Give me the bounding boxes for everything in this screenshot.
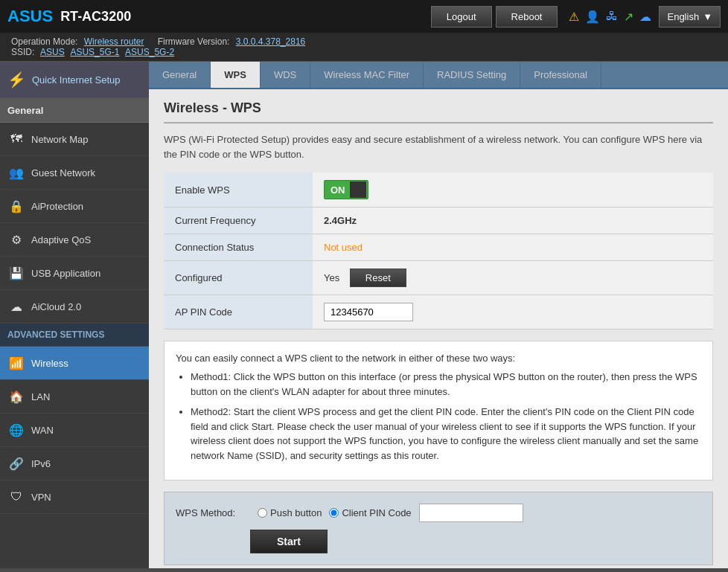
- configured-value: Yes Reset: [313, 261, 713, 295]
- language-selector[interactable]: English ▼: [659, 6, 721, 28]
- connect-info-text: You can easily connect a WPS client to t…: [176, 353, 701, 364]
- client-pin-input[interactable]: [419, 504, 523, 522]
- adaptive-qos-label: Adaptive QoS: [31, 234, 91, 245]
- ap-pin-code-input[interactable]: [324, 303, 413, 321]
- client-pin-label: Client PIN Code: [342, 507, 411, 518]
- sidebar-item-adaptive-qos[interactable]: ⚙ Adaptive QoS: [0, 223, 149, 257]
- tab-wds[interactable]: WDS: [261, 62, 310, 88]
- quick-setup-label: Quick Internet Setup: [32, 74, 121, 86]
- page-description: WPS (Wi-Fi Protected Setup) provides eas…: [164, 132, 713, 161]
- language-label: English: [667, 11, 699, 22]
- lan-label: LAN: [31, 391, 50, 402]
- wan-label: WAN: [31, 425, 54, 436]
- ssid-asus-link[interactable]: ASUS: [40, 47, 65, 57]
- guest-network-label: Guest Network: [31, 167, 95, 179]
- configured-text: Yes: [324, 272, 339, 283]
- push-button-option[interactable]: Push button: [258, 507, 322, 518]
- ssid-5g2-link[interactable]: ASUS_5G-2: [125, 47, 174, 57]
- advanced-section-header: Advanced Settings: [0, 324, 149, 347]
- warning-icon: ⚠: [569, 10, 579, 24]
- method2-item: Method2: Start the client WPS process an…: [191, 405, 701, 463]
- enable-wps-label: Enable WPS: [164, 173, 313, 208]
- topbar: ASUS RT-AC3200 Logout Reboot ⚠ 👤 🖧 ↗ ☁ E…: [0, 0, 728, 33]
- logout-button[interactable]: Logout: [431, 6, 492, 28]
- start-button[interactable]: Start: [250, 530, 328, 553]
- sidebar-item-aiprotection[interactable]: 🔒 AiProtection: [0, 190, 149, 223]
- lan-icon: 🏠: [7, 388, 25, 405]
- wps-method-row: WPS Method: Push button Client PIN Code: [176, 504, 701, 522]
- guest-network-icon: 👥: [7, 164, 25, 181]
- connect-info-section: You can easily connect a WPS client to t…: [164, 341, 713, 481]
- reset-button[interactable]: Reset: [350, 269, 406, 287]
- push-button-label: Push button: [270, 507, 322, 518]
- connection-status-row: Connection Status Not used: [164, 234, 713, 261]
- status-icons: ⚠ 👤 🖧 ↗ ☁: [569, 10, 651, 24]
- operation-mode-link[interactable]: Wireless router: [84, 36, 144, 47]
- ap-pin-code-row: AP PIN Code: [164, 295, 713, 330]
- network-map-icon: 🗺: [7, 130, 25, 148]
- current-frequency-value: 2.4GHz: [313, 208, 713, 234]
- reboot-button[interactable]: Reboot: [496, 6, 558, 28]
- aicloud-icon: ☁: [7, 298, 25, 315]
- ap-pin-code-value: [313, 295, 713, 330]
- connection-status-label: Connection Status: [164, 234, 313, 261]
- ipv6-icon: 🔗: [7, 454, 25, 472]
- user-icon: 👤: [585, 10, 600, 24]
- aicloud-label: AiCloud 2.0: [31, 301, 81, 312]
- tab-general[interactable]: General: [149, 62, 211, 88]
- sidebar-item-vpn[interactable]: 🛡 VPN: [0, 481, 149, 514]
- tab-professional[interactable]: Professional: [520, 62, 601, 88]
- toggle-on-label: ON: [325, 184, 345, 196]
- enable-wps-row: Enable WPS ON: [164, 173, 713, 208]
- cloud-icon: ☁: [639, 10, 651, 24]
- start-row: Start: [176, 530, 701, 553]
- wps-form-table: Enable WPS ON Current Frequency 2.4GHz: [164, 173, 713, 330]
- sidebar-item-wireless[interactable]: 📶 Wireless: [0, 347, 149, 380]
- push-button-radio[interactable]: [258, 508, 267, 518]
- sidebar-item-wan[interactable]: 🌐 WAN: [0, 414, 149, 447]
- tab-radius-setting[interactable]: RADIUS Setting: [424, 62, 520, 88]
- tab-wps[interactable]: WPS: [211, 62, 261, 88]
- wireless-icon: 📶: [7, 354, 25, 372]
- current-frequency-label: Current Frequency: [164, 208, 313, 234]
- sidebar-item-aicloud[interactable]: ☁ AiCloud 2.0: [0, 290, 149, 324]
- client-pin-option[interactable]: Client PIN Code: [329, 507, 411, 518]
- model-name: RT-AC3200: [60, 9, 131, 25]
- client-pin-radio[interactable]: [329, 508, 339, 518]
- sidebar-item-lan[interactable]: 🏠 LAN: [0, 380, 149, 414]
- infobar: Operation Mode: Wireless router Firmware…: [0, 33, 728, 62]
- ap-pin-code-label: AP PIN Code: [164, 295, 313, 330]
- current-frequency-row: Current Frequency 2.4GHz: [164, 208, 713, 234]
- page-content: Wireless - WPS WPS (Wi-Fi Protected Setu…: [149, 89, 728, 568]
- dropdown-icon: ▼: [703, 11, 712, 22]
- network-map-label: Network Map: [31, 134, 89, 145]
- usb-icon: 💾: [7, 264, 25, 282]
- enable-wps-toggle[interactable]: ON: [324, 180, 368, 199]
- wireless-label: Wireless: [31, 358, 68, 369]
- wps-method-label: WPS Method:: [176, 507, 250, 518]
- tab-bar: General WPS WDS Wireless MAC Filter RADI…: [149, 62, 728, 89]
- ssid-5g1-link[interactable]: ASUS_5G-1: [70, 47, 119, 57]
- toggle-knob: [350, 181, 366, 198]
- adaptive-qos-icon: ⚙: [7, 231, 25, 248]
- sidebar-item-guest-network[interactable]: 👥 Guest Network: [0, 156, 149, 190]
- sidebar-item-network-map[interactable]: 🗺 Network Map: [0, 123, 149, 156]
- share-icon: ↗: [624, 10, 633, 24]
- quick-setup-icon: ⚡: [7, 71, 26, 89]
- tab-wireless-mac-filter[interactable]: Wireless MAC Filter: [310, 62, 424, 88]
- frequency-text: 2.4GHz: [324, 215, 357, 226]
- connection-status-value: Not used: [313, 234, 713, 261]
- firmware-label: Firmware Version:: [158, 36, 230, 47]
- quick-setup-item[interactable]: ⚡ Quick Internet Setup: [0, 62, 149, 99]
- sidebar-item-usb-application[interactable]: 💾 USB Application: [0, 257, 149, 290]
- firmware-link[interactable]: 3.0.0.4.378_2816: [236, 36, 305, 47]
- configured-label: Configured: [164, 261, 313, 295]
- page-title: Wireless - WPS: [164, 100, 713, 123]
- content-area: General WPS WDS Wireless MAC Filter RADI…: [149, 62, 728, 568]
- aiprotection-icon: 🔒: [7, 197, 25, 215]
- ipv6-label: IPv6: [31, 458, 51, 469]
- wan-icon: 🌐: [7, 421, 25, 439]
- configured-row: Configured Yes Reset: [164, 261, 713, 295]
- method1-item: Method1: Click the WPS button on this in…: [191, 370, 701, 399]
- sidebar-item-ipv6[interactable]: 🔗 IPv6: [0, 447, 149, 481]
